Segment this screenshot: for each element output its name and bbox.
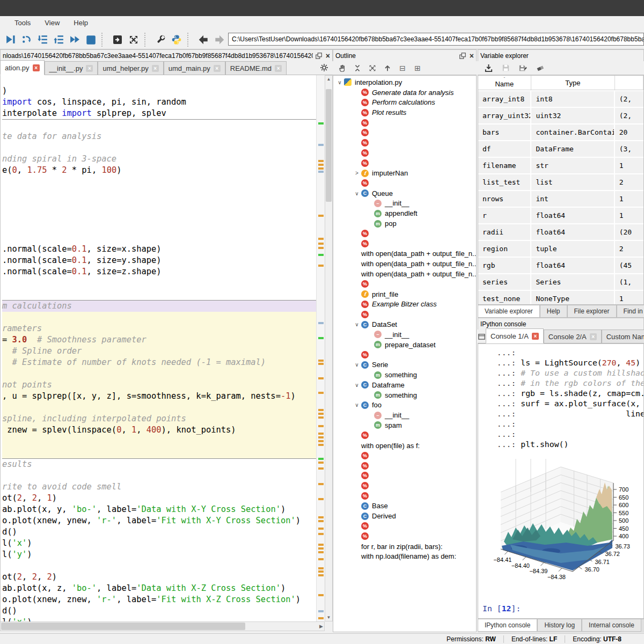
outline-item[interactable]: %	[333, 279, 476, 289]
console-body[interactable]: ...: ...: ls = LightSource(270, 45) ...:…	[478, 343, 644, 619]
outline-item[interactable]: %	[333, 350, 476, 360]
outline-item[interactable]: fprint_file	[333, 289, 476, 299]
outline-item[interactable]: with open(data_path + output_file_n...	[333, 269, 476, 279]
editor-horizontal-scrollbar[interactable]: ▶	[0, 621, 325, 631]
outline-item[interactable]: CDerived	[333, 511, 476, 521]
outline-item[interactable]: ∨Cfoo	[333, 400, 476, 411]
outline-item[interactable]: mpop	[333, 218, 476, 229]
chevron-down-icon[interactable]: ∨	[335, 79, 344, 85]
debug-run-line-button[interactable]	[19, 32, 34, 47]
close-pane-icon[interactable]: ×	[470, 52, 474, 60]
outline-item[interactable]: %	[333, 460, 476, 471]
outline-item[interactable]: %	[333, 491, 476, 501]
outline-item[interactable]: %	[333, 521, 476, 531]
outline-item[interactable]: with open(data_path + output_file_n...	[333, 249, 476, 259]
menu-item-help[interactable]: Help	[67, 16, 95, 30]
tab-close-icon[interactable]: ×	[86, 65, 93, 72]
outline-item[interactable]: %	[333, 128, 476, 138]
close-pane-icon[interactable]: ×	[326, 52, 330, 60]
outline-item[interactable]: ∨CDataframe	[333, 380, 476, 390]
table-row[interactable]: array_int8int8(2,	[478, 91, 643, 107]
debug-step-out-button[interactable]	[51, 32, 66, 47]
table-row[interactable]: nrowsint1	[478, 191, 643, 207]
tab-close-icon[interactable]: ×	[152, 65, 159, 72]
scroll-up-icon[interactable]: ▲	[325, 77, 332, 82]
import-data-button[interactable]	[482, 62, 495, 74]
chevron-down-icon[interactable]: ∨	[353, 191, 361, 196]
chevron-right-icon[interactable]: >	[353, 170, 361, 176]
table-row[interactable]: seriesSeries(1,	[478, 274, 643, 290]
pane-tab[interactable]: Variable explorer	[478, 305, 540, 318]
tab-close-icon[interactable]: ×	[275, 65, 282, 72]
chevron-down-icon[interactable]: ∨	[353, 402, 361, 408]
outline-item[interactable]: %Plot results	[333, 107, 476, 118]
outline-item[interactable]: mprepare_dataset	[333, 340, 476, 350]
editor-tab[interactable]: README.md×	[225, 61, 287, 75]
outline-item[interactable]: >fimputerNan	[333, 168, 476, 178]
outline-item[interactable]: for r, bar in zip(radii, bars):	[333, 541, 476, 552]
outline-item[interactable]: ∨interpolation.py	[333, 77, 476, 87]
go-up-button[interactable]	[381, 62, 394, 74]
editor-vertical-scrollbar[interactable]: ▲ ▼	[325, 75, 333, 621]
table-row[interactable]: test_noneNoneType1	[478, 291, 643, 305]
table-row[interactable]: array_uint32uint32(2,	[478, 108, 643, 123]
column-header-name[interactable]: ˆName	[478, 76, 531, 90]
table-row[interactable]: list_testlist2	[478, 174, 643, 190]
undock-pane-icon[interactable]	[315, 52, 323, 60]
table-row[interactable]: rgbfloat64(45	[478, 258, 643, 273]
table-row[interactable]: rfloat641	[478, 208, 643, 223]
save-data-button[interactable]	[499, 62, 512, 74]
editor-options-button[interactable]	[318, 62, 331, 74]
outline-item[interactable]: –__init__	[333, 330, 476, 340]
outline-item[interactable]: %	[333, 481, 476, 491]
fullscreen-button[interactable]	[126, 32, 141, 47]
debug-step-into-button[interactable]	[35, 32, 50, 47]
preferences-button[interactable]	[153, 32, 168, 47]
forward-button[interactable]	[212, 32, 227, 47]
column-header-size[interactable]	[615, 76, 643, 90]
outline-item[interactable]: %	[333, 471, 476, 481]
pane-tab[interactable]: Internal console	[582, 619, 641, 632]
outline-item[interactable]: CBase	[333, 501, 476, 511]
outline-item[interactable]: %Example Bitzer class	[333, 299, 476, 310]
pane-tab[interactable]: Help	[540, 305, 567, 318]
editor-tab[interactable]: umd_helper.py×	[98, 61, 163, 75]
expand-all-button[interactable]: ⊞	[411, 62, 424, 74]
outline-item[interactable]: %	[333, 178, 476, 188]
outline-item[interactable]: ∨CDataSet	[333, 319, 476, 330]
pane-tab[interactable]: Find in files	[617, 305, 644, 318]
code-editor[interactable]: )import cos, linspace, pi, sin, randomin…	[0, 75, 317, 621]
pane-tab[interactable]: IPython console	[478, 619, 537, 632]
table-row[interactable]: dfDataFrame(3,	[478, 141, 643, 157]
pane-tab[interactable]: File explorer	[567, 305, 617, 318]
editor-tab[interactable]: umd_main.py×	[164, 61, 225, 75]
menu-item-view[interactable]: View	[38, 16, 67, 30]
scroll-down-icon[interactable]: ▼	[325, 615, 332, 620]
outline-item[interactable]: msomething	[333, 390, 476, 400]
console-tab[interactable]: Custom Nam×	[602, 330, 644, 343]
editor-tab[interactable]: ation.py×	[0, 60, 45, 75]
working-directory-input[interactable]	[228, 33, 644, 46]
outline-item[interactable]: %	[333, 229, 476, 239]
menu-item-tools[interactable]: Tools	[8, 16, 38, 30]
editor-tab[interactable]: __init__.py×	[45, 61, 98, 75]
goto-cursor-button[interactable]	[336, 62, 349, 74]
save-data-as-button[interactable]	[516, 62, 529, 74]
remove-variables-button[interactable]	[533, 62, 546, 74]
outline-item[interactable]: %	[333, 239, 476, 249]
table-row[interactable]: barscontainer.BarContainer20	[478, 125, 643, 140]
console-options-button[interactable]	[478, 331, 486, 342]
pythonpath-manager-button[interactable]	[169, 32, 184, 47]
outline-item[interactable]: with open(file) as f:	[333, 441, 476, 451]
collapse-all-button[interactable]: ⊟	[396, 62, 409, 74]
outline-item[interactable]: with np.load(filename) as dem:	[333, 551, 476, 561]
outline-item[interactable]: ∨CSerie	[333, 360, 476, 370]
undock-pane-icon[interactable]	[459, 52, 466, 60]
outline-item[interactable]: %	[333, 148, 476, 158]
chevron-down-icon[interactable]: ∨	[353, 321, 361, 327]
outline-item[interactable]: %Perform calculations	[333, 98, 476, 108]
outline-item[interactable]: with open(data_path + output_file_n...	[333, 259, 476, 269]
outline-item[interactable]: –__init__	[333, 410, 476, 420]
column-header-type[interactable]: Type	[531, 76, 616, 90]
outline-item[interactable]: %	[333, 158, 476, 168]
